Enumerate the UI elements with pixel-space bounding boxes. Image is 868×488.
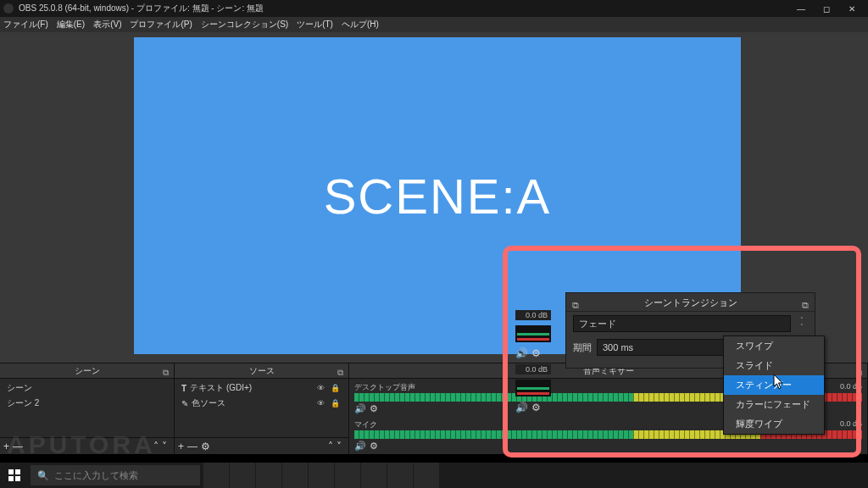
windows-taskbar: 🔍 ここに入力して検索 (0, 463, 868, 488)
menu-view[interactable]: 表示(V) (93, 19, 121, 30)
source-properties-button[interactable]: ⚙ (201, 441, 210, 452)
svg-rect-0 (8, 469, 14, 474)
window-title: OBS 25.0.8 (64-bit, windows) - プロファイル: 無… (19, 3, 264, 14)
transition-select[interactable]: フェード (573, 315, 791, 332)
task-icon[interactable] (309, 463, 334, 488)
maximize-button[interactable]: ◻ (814, 0, 839, 17)
color-source-icon: ✎ (181, 399, 188, 408)
task-icon[interactable] (230, 463, 255, 488)
gear-icon[interactable]: ⚙ (370, 403, 378, 414)
menu-help[interactable]: ヘルプ(H) (342, 19, 379, 30)
source-down-button[interactable]: ˅ (337, 441, 342, 452)
task-icon[interactable] (387, 463, 413, 488)
gear-icon[interactable]: ⚙ (370, 441, 378, 452)
scenes-toolbar: + — ˄ ˅ (0, 437, 174, 454)
taskbar-pinned (203, 463, 439, 488)
popout-right-icon[interactable]: ⧉ (799, 296, 811, 308)
dropdown-item-swipe[interactable]: スワイプ (724, 336, 824, 356)
mini-db-value: 0.0 dB (515, 310, 551, 320)
add-scene-button[interactable]: + (3, 441, 9, 452)
text-source-icon: T (181, 384, 186, 393)
menu-tools[interactable]: ツール(T) (297, 19, 333, 30)
mini-mixer-overlay: 0.0 dB 🔊⚙ 0.0 dB 🔊⚙ (515, 310, 551, 419)
scene-down-button[interactable]: ˅ (162, 441, 167, 452)
sources-header: ソース ⧉ (175, 363, 348, 379)
speaker-icon[interactable]: 🔊 (515, 402, 528, 413)
scene-item[interactable]: シーン (2, 380, 172, 396)
task-icon[interactable] (361, 463, 387, 488)
remove-scene-button[interactable]: — (13, 441, 23, 452)
task-icon[interactable] (335, 463, 360, 488)
app-logo-icon (3, 3, 14, 14)
gear-icon[interactable]: ⚙ (531, 347, 541, 359)
scene-transition-header: ⧉ シーントランジション ⧉ (566, 293, 815, 312)
visibility-icon[interactable]: 👁 🔒 (317, 399, 342, 408)
channel-db: 0.0 dB (840, 382, 862, 393)
source-item[interactable]: T テキスト (GDI+) 👁 🔒 (176, 380, 347, 396)
svg-rect-2 (8, 476, 14, 481)
menu-profile[interactable]: プロファイル(P) (130, 19, 192, 30)
svg-rect-3 (15, 476, 20, 481)
remove-source-button[interactable]: — (187, 441, 198, 452)
speaker-icon[interactable]: 🔊 (354, 441, 366, 452)
scene-up-button[interactable]: ˄ (153, 441, 159, 452)
task-icon[interactable] (256, 463, 281, 488)
dropdown-item-stinger[interactable]: スティンガー (724, 375, 824, 395)
sources-toolbar: + — ⚙ ˄ ˅ (175, 437, 348, 454)
minimize-button[interactable]: — (788, 0, 814, 17)
menu-file[interactable]: ファイル(F) (3, 19, 48, 30)
task-icon[interactable] (203, 463, 229, 488)
svg-rect-1 (15, 469, 20, 474)
source-item[interactable]: ✎ 色ソース 👁 🔒 (176, 396, 347, 411)
scene-item[interactable]: シーン 2 (2, 396, 172, 411)
visibility-icon[interactable]: 👁 🔒 (317, 384, 342, 392)
speaker-icon[interactable]: 🔊 (515, 347, 528, 359)
dropdown-item-fade-to-color[interactable]: カラーにフェード (724, 395, 824, 414)
duration-label: 期間 (573, 341, 592, 354)
taskbar-search[interactable]: 🔍 ここに入力して検索 (31, 465, 200, 485)
add-source-button[interactable]: + (178, 441, 184, 452)
task-icon[interactable] (414, 463, 439, 488)
channel-name: マイク (354, 419, 377, 430)
sources-dock: ソース ⧉ T テキスト (GDI+) 👁 🔒 ✎ 色ソース 👁 🔒 + — ⚙… (175, 363, 349, 454)
channel-db: 0.0 dB (840, 419, 862, 430)
speaker-icon[interactable]: 🔊 (354, 403, 366, 414)
transition-spinner[interactable]: ˄˅ (796, 317, 808, 330)
duration-input[interactable] (597, 339, 741, 356)
transition-dropdown: スワイプ スライド スティンガー カラーにフェード 輝度ワイプ (723, 336, 825, 435)
mini-meter (515, 325, 551, 342)
window-titlebar: OBS 25.0.8 (64-bit, windows) - プロファイル: 無… (0, 0, 868, 17)
menubar: ファイル(F) 編集(E) 表示(V) プロファイル(P) シーンコレクション(… (0, 17, 868, 32)
search-icon: 🔍 (37, 470, 49, 481)
close-button[interactable]: ✕ (839, 0, 865, 17)
popout-left-icon[interactable]: ⧉ (570, 296, 581, 308)
menu-edit[interactable]: 編集(E) (57, 19, 85, 30)
popout-icon[interactable]: ⧉ (854, 365, 864, 375)
popout-icon[interactable]: ⧉ (160, 365, 170, 375)
gear-icon[interactable]: ⚙ (531, 402, 541, 413)
scenes-dock: シーン ⧉ シーン シーン 2 + — ˄ ˅ (0, 363, 175, 454)
source-up-button[interactable]: ˄ (328, 441, 333, 452)
scenes-header: シーン ⧉ (0, 363, 174, 379)
channel-name: デスクトップ音声 (354, 382, 415, 393)
dropdown-item-slide[interactable]: スライド (724, 356, 824, 375)
mini-db-value: 0.0 dB (515, 364, 551, 374)
mini-meter (515, 380, 551, 396)
start-button[interactable] (0, 463, 29, 488)
task-icon[interactable] (282, 463, 308, 488)
preview-scene-text: SCENE:A (324, 168, 552, 225)
menu-scene-collection[interactable]: シーンコレクション(S) (201, 19, 288, 30)
dropdown-item-luma-wipe[interactable]: 輝度ワイプ (724, 414, 824, 434)
popout-icon[interactable]: ⧉ (335, 365, 345, 375)
